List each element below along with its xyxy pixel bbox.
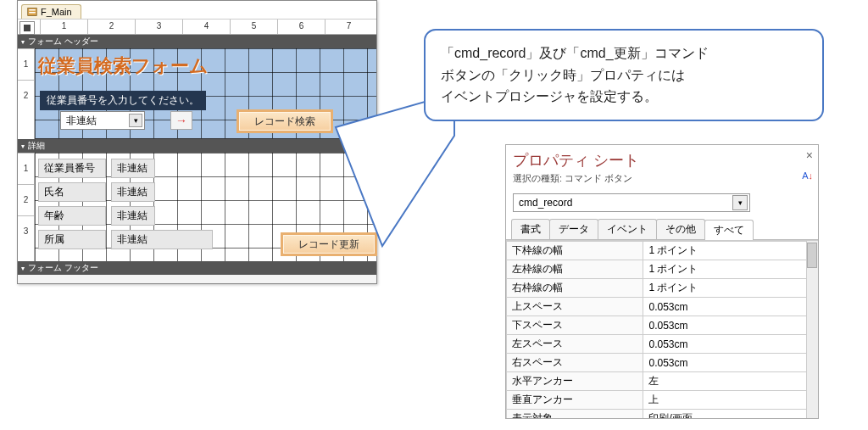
field-control[interactable]: 非連結 [111, 206, 155, 226]
tab-other[interactable]: その他 [656, 219, 705, 239]
property-sheet: × A↓ プロパティ シート 選択の種類: コマンド ボタン cmd_recor… [505, 144, 819, 419]
property-value[interactable]: 0.053cm [643, 354, 818, 372]
property-grid[interactable]: 下枠線の幅1 ポイント左枠線の幅1 ポイント右枠線の幅1 ポイント上スペース0.… [506, 240, 818, 418]
property-name: 左スペース [507, 335, 643, 354]
ruler-corner-selector[interactable] [19, 21, 35, 35]
property-name: 表示対象 [507, 410, 643, 419]
section-label: フォーム ヘッダー [28, 36, 98, 47]
scrollbar-thumb[interactable] [807, 243, 817, 268]
collapse-icon: ▾ [21, 265, 25, 272]
collapse-icon: ▾ [21, 38, 25, 46]
property-name: 下枠線の幅 [507, 242, 643, 260]
tab-format[interactable]: 書式 [511, 219, 550, 239]
go-arrow-button[interactable]: → [170, 111, 192, 130]
vertical-ruler[interactable]: 1 2 [18, 48, 35, 139]
subtitle-value: コマンド ボタン [565, 173, 632, 183]
combo-value: 非連結 [66, 114, 97, 128]
property-object-selector[interactable]: cmd_record ▾ [513, 193, 750, 212]
vruler-tick: 2 [18, 184, 34, 215]
sort-az-button[interactable]: A↓ [802, 170, 813, 181]
property-value[interactable]: 1 ポイント [643, 242, 818, 260]
vertical-ruler[interactable]: 1 2 3 [18, 153, 35, 261]
property-value[interactable]: 0.053cm [643, 335, 818, 354]
property-name: 左枠線の幅 [507, 260, 643, 279]
field-label[interactable]: 所属 [38, 230, 106, 249]
vruler-tick: 1 [18, 48, 34, 80]
property-name: 下スペース [507, 316, 643, 335]
property-row[interactable]: 下枠線の幅1 ポイント [507, 242, 818, 260]
vruler-tick: 3 [18, 215, 34, 247]
svg-rect-1 [29, 9, 36, 11]
property-row[interactable]: 上スペース0.053cm [507, 298, 818, 316]
property-value[interactable]: 上 [643, 391, 818, 410]
arrow-right-icon: → [175, 114, 187, 127]
section-label: フォーム フッター [28, 262, 98, 274]
field-control[interactable]: 非連結 [111, 182, 155, 202]
form-tab-strip: F_Main [18, 1, 376, 20]
field-control[interactable]: 非連結 [111, 230, 213, 249]
selector-value: cmd_record [519, 197, 572, 209]
ruler-tick: 5 [230, 20, 277, 34]
form-tab-label: F_Main [41, 7, 72, 17]
property-value[interactable]: 印刷/画面 [643, 410, 818, 419]
property-value[interactable]: 左 [643, 372, 818, 391]
property-row[interactable]: 水平アンカー左 [507, 372, 818, 391]
field-label[interactable]: 氏名 [38, 182, 106, 202]
section-bar-detail[interactable]: ▾ 詳細 [18, 139, 376, 153]
tab-all[interactable]: すべて [704, 220, 754, 240]
property-value[interactable]: 0.053cm [643, 316, 818, 335]
form-icon [27, 7, 37, 17]
vruler-tick: 1 [18, 153, 34, 184]
form-design-window: F_Main 1 2 3 4 5 6 7 ▾ フォーム ヘッダー 1 2 従業員… [17, 0, 377, 284]
close-icon[interactable]: × [806, 148, 813, 162]
tab-event[interactable]: イベント [598, 219, 657, 239]
property-name: 垂直アンカー [507, 391, 643, 410]
property-row[interactable]: 下スペース0.053cm [507, 316, 818, 335]
section-bar-form-footer[interactable]: ▾ フォーム フッター [18, 261, 376, 275]
prompt-label[interactable]: 従業員番号を入力してください。 [40, 91, 206, 110]
ruler-tick: 2 [87, 20, 135, 34]
property-name: 右枠線の幅 [507, 279, 643, 298]
callout-line: ボタンの「クリック時」プロパティには [441, 64, 807, 87]
cmd-record-label: レコード検索 [254, 114, 315, 129]
chevron-down-icon[interactable]: ▾ [732, 195, 748, 210]
collapse-icon: ▾ [21, 142, 25, 150]
cmd-record-button[interactable]: レコード検索 [238, 111, 331, 131]
property-value[interactable]: 0.053cm [643, 298, 818, 316]
property-value[interactable]: 1 ポイント [643, 279, 818, 298]
employee-number-combo[interactable]: 非連結 ▾ [60, 111, 145, 130]
form-detail-area[interactable]: 1 2 3 従業員番号 非連結 氏名 非連結 年齢 非連結 所属 非連結 レコー… [18, 153, 376, 261]
property-row[interactable]: 左枠線の幅1 ポイント [507, 260, 818, 279]
horizontal-ruler[interactable]: 1 2 3 4 5 6 7 [18, 20, 376, 35]
field-label[interactable]: 従業員番号 [38, 159, 106, 178]
tab-data[interactable]: データ [549, 219, 598, 239]
ruler-tick: 3 [135, 20, 182, 34]
property-value[interactable]: 1 ポイント [643, 260, 818, 279]
field-control[interactable]: 非連結 [111, 159, 155, 178]
property-row[interactable]: 右枠線の幅1 ポイント [507, 279, 818, 298]
chevron-down-icon[interactable]: ▾ [129, 114, 142, 127]
section-bar-form-header[interactable]: ▾ フォーム ヘッダー [18, 35, 376, 48]
property-sheet-title: プロパティ シート [513, 150, 811, 170]
vruler-tick: 2 [18, 80, 34, 111]
property-row[interactable]: 右スペース0.053cm [507, 354, 818, 372]
section-label: 詳細 [28, 140, 45, 152]
property-sheet-subtitle: 選択の種類: コマンド ボタン [513, 172, 811, 185]
subtitle-prefix: 選択の種類: [513, 173, 565, 183]
ruler-tick: 4 [182, 20, 230, 34]
ruler-tick: 6 [277, 20, 325, 34]
field-label[interactable]: 年齢 [38, 206, 106, 226]
property-row[interactable]: 左スペース0.053cm [507, 335, 818, 354]
cmd-update-button[interactable]: レコード更新 [282, 234, 376, 254]
form-tab[interactable]: F_Main [21, 4, 81, 19]
explanation-callout: 「cmd_record」及び「cmd_更新」コマンド ボタンの「クリック時」プロ… [424, 29, 824, 121]
callout-line: 「cmd_record」及び「cmd_更新」コマンド [441, 42, 807, 64]
property-row[interactable]: 垂直アンカー上 [507, 391, 818, 410]
scrollbar[interactable] [806, 241, 818, 418]
form-header-area[interactable]: 1 2 従業員検索フォーム 従業員番号を入力してください。 非連結 ▾ → レコ… [18, 48, 376, 139]
property-row[interactable]: 表示対象印刷/画面 [507, 410, 818, 419]
property-tabs: 書式 データ イベント その他 すべて [506, 219, 818, 240]
form-title-label[interactable]: 従業員検索フォーム [38, 53, 209, 79]
property-name: 右スペース [507, 354, 643, 372]
cmd-update-label: レコード更新 [298, 237, 359, 252]
